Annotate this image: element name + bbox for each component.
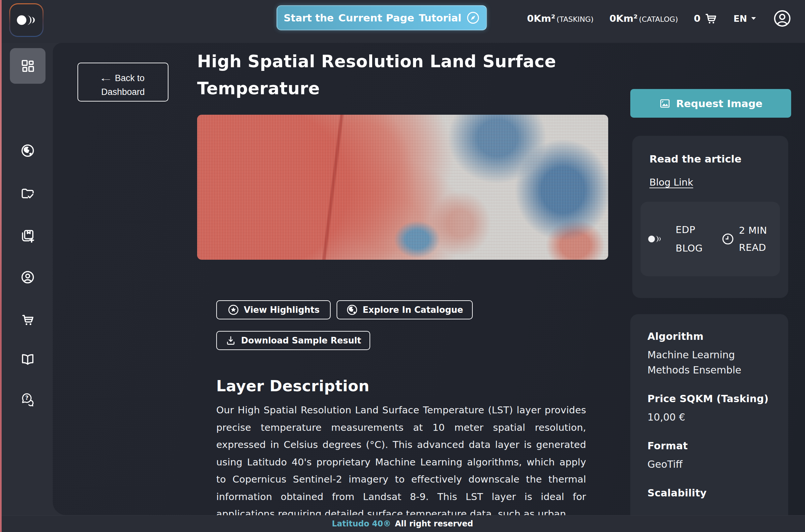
edp-blog-card[interactable]: EDP BLOG 2 MIN READ [640, 202, 780, 276]
request-image-button[interactable]: Request Image [630, 89, 791, 118]
nav-map[interactable] [20, 144, 35, 158]
brand-logo-icon [10, 4, 42, 36]
catalog-value: 0Km² [610, 13, 638, 24]
cart-icon [20, 312, 35, 327]
star-circle-icon [228, 304, 239, 316]
download-sample-label: Download Sample Result [241, 336, 361, 345]
footer-rights: All right reserved [395, 519, 473, 528]
actions-row-2: Download Sample Result [216, 331, 370, 350]
layer-description-heading: Layer Description [216, 377, 369, 395]
globe-icon [346, 304, 358, 316]
top-bar: Start the Current Page Tutorial 0Km² (TA… [0, 0, 805, 43]
add-layers-icon [20, 228, 35, 243]
back-line2: Dashboard [101, 87, 145, 97]
chevron-down-icon [750, 16, 757, 21]
detail-label-format: Format [648, 440, 778, 452]
explore-catalogue-label: Explore In Catalogue [363, 305, 463, 315]
brand-logo[interactable] [9, 3, 43, 37]
request-image-label: Request Image [676, 98, 763, 110]
footer-brand: Latitudo 40® [332, 519, 391, 528]
tasking-label: (TASKING) [556, 15, 593, 23]
detail-label-price: Price SQKM (Tasking) [648, 393, 778, 404]
nav-account[interactable] [20, 270, 35, 284]
nav-projects[interactable] [20, 186, 35, 201]
page-title: High Spatial Resolution Land Surface Tem… [197, 48, 593, 102]
edp-logo-icon [648, 233, 664, 245]
nav-cart[interactable] [20, 312, 35, 327]
image-icon [659, 98, 671, 110]
blog-link[interactable]: Blog Link [649, 177, 693, 188]
header-right-group: 0Km² (TASKING) 0Km² (CATALOG) 0 [527, 0, 792, 37]
footer-bar: Latitudo 40® All right reserved [0, 515, 805, 532]
svg-text:?: ? [25, 395, 29, 401]
nav-dashboard[interactable] [10, 48, 45, 84]
compass-icon [466, 11, 480, 25]
tasking-value: 0Km² [527, 13, 555, 24]
cart-count: 0 [694, 13, 701, 24]
profile-icon [20, 270, 35, 284]
cart-icon [704, 12, 717, 25]
globe-icon [20, 144, 35, 158]
view-highlights-label: View Highlights [244, 305, 320, 315]
read-article-card: Read the article Blog Link EDP BLOG [632, 136, 788, 298]
layer-info-card: Algorithm Machine Learning Methods Ensem… [630, 314, 788, 515]
help-icon: ? [20, 392, 35, 407]
layer-preview-image [197, 115, 608, 260]
read-time-label: 2 MIN READ [739, 222, 773, 256]
detail-value-format: GeoTiff [648, 457, 778, 472]
back-to-dashboard-button[interactable]: ←Back to Dashboard [77, 63, 169, 101]
cart-button[interactable]: 0 [694, 12, 717, 25]
detail-label-algorithm: Algorithm [648, 330, 778, 342]
folder-check-icon [20, 186, 35, 201]
left-arrow-icon: ← [99, 71, 113, 85]
language-selector[interactable]: EN [733, 14, 757, 24]
nav-add-layers[interactable] [20, 228, 35, 243]
book-icon [20, 353, 35, 367]
language-code: EN [733, 14, 747, 24]
side-nav: ? [2, 43, 52, 515]
nav-docs[interactable] [20, 353, 35, 367]
edp-blog-label: EDP BLOG [676, 221, 709, 258]
app-window: Start the Current Page Tutorial 0Km² (TA… [0, 0, 805, 532]
detail-value-algorithm: Machine Learning Methods Ensemble [648, 347, 778, 378]
read-time-group: 2 MIN READ [721, 222, 773, 256]
download-icon [225, 335, 236, 346]
layer-description-text: Our High Spatial Resolution Land Surface… [216, 401, 586, 515]
actions-row-1: View Highlights Explore In Catalogue [216, 300, 473, 319]
catalog-counter: 0Km² (CATALOG) [610, 13, 678, 24]
detail-label-scalability: Scalability [648, 487, 778, 499]
catalog-label: (CATALOG) [639, 15, 678, 23]
tutorial-prefix: Start the [284, 12, 333, 24]
tasking-counter: 0Km² (TASKING) [527, 13, 594, 24]
view-highlights-button[interactable]: View Highlights [216, 300, 331, 319]
clock-icon [721, 232, 734, 246]
main-panel: ←Back to Dashboard High Spatial Resoluti… [53, 43, 805, 515]
tutorial-highlight: Current Page [338, 12, 414, 24]
dashboard-icon [20, 58, 35, 74]
back-line1: Back to [115, 73, 145, 83]
tutorial-suffix: Tutorial [419, 12, 461, 24]
account-icon [773, 9, 792, 28]
explore-catalogue-button[interactable]: Explore In Catalogue [337, 300, 473, 319]
download-sample-button[interactable]: Download Sample Result [216, 331, 370, 350]
nav-help[interactable]: ? [20, 392, 35, 406]
tutorial-button[interactable]: Start the Current Page Tutorial [276, 5, 487, 30]
read-article-heading: Read the article [649, 153, 780, 165]
detail-value-price: 10,00 € [648, 410, 778, 425]
account-button[interactable] [773, 9, 792, 28]
screen-left-edge [0, 0, 2, 532]
